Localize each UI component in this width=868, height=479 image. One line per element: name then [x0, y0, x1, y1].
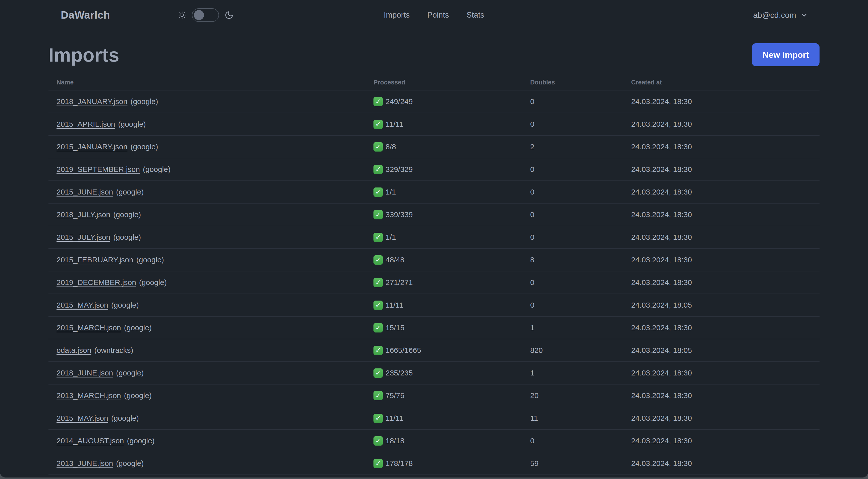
new-import-button[interactable]: New import [752, 43, 819, 66]
name-cell: 2014_AUGUST.json (google) [49, 437, 373, 445]
processed-cell: ✓ 15/15 [373, 323, 530, 332]
processed-cell: ✓ 249/249 [373, 97, 530, 106]
check-icon: ✓ [373, 436, 383, 446]
page-title: Imports [49, 44, 119, 66]
processed-count: 178/178 [385, 459, 413, 468]
doubles-cell: 0 [530, 437, 631, 445]
check-icon: ✓ [373, 165, 383, 174]
check-icon: ✓ [373, 233, 383, 242]
check-icon: ✓ [373, 368, 383, 378]
check-icon: ✓ [373, 414, 383, 423]
processed-count: 18/18 [385, 437, 404, 445]
processed-count: 249/249 [385, 97, 413, 106]
name-cell: 2019_DECEMBER.json (google) [49, 278, 373, 287]
table-row: 2018_JULY.json (google) ✓ 339/339 0 24.0… [49, 203, 819, 226]
doubles-cell: 0 [530, 165, 631, 174]
import-source: (google) [116, 188, 144, 196]
check-icon: ✓ [373, 187, 383, 197]
import-file-link[interactable]: 2015_JANUARY.json [57, 143, 127, 151]
import-file-link[interactable]: 2015_JUNE.json [57, 188, 113, 196]
created-at-cell: 24.03.2024, 18:30 [631, 391, 819, 400]
processed-count: 15/15 [385, 324, 404, 332]
main-content: Imports New import Name Processed Double… [49, 42, 819, 478]
import-source: (owntracks) [94, 346, 133, 355]
import-file-link[interactable]: 2015_MAY.json [57, 414, 108, 422]
main-nav: Imports Points Stats [384, 10, 484, 20]
brand-logo[interactable]: DaWarIch [61, 9, 110, 21]
created-at-cell: 24.03.2024, 18:05 [631, 346, 819, 355]
import-file-link[interactable]: odata.json [57, 346, 91, 355]
import-file-link[interactable]: 2018_JANUARY.json [57, 97, 127, 106]
nav-item-imports[interactable]: Imports [384, 10, 410, 20]
processed-cell: ✓ 11/11 [373, 120, 530, 129]
import-file-link[interactable]: 2013_JUNE.json [57, 459, 113, 468]
import-file-link[interactable]: 2014_AUGUST.json [57, 437, 124, 445]
table-row: 2019_SEPTEMBER.json (google) ✓ 329/329 0… [49, 158, 819, 180]
import-file-link[interactable]: 2015_JULY.json [57, 233, 110, 241]
import-file-link[interactable]: 2015_APRIL.json [57, 120, 115, 128]
processed-count: 1/1 [385, 233, 396, 241]
name-cell: 2015_APRIL.json (google) [49, 120, 373, 128]
doubles-cell: 11 [530, 414, 631, 422]
created-at-cell: 24.03.2024, 18:30 [631, 414, 819, 422]
import-source: (google) [127, 437, 154, 445]
created-at-cell: 24.03.2024, 18:30 [631, 437, 819, 445]
nav-item-points[interactable]: Points [427, 10, 449, 20]
name-cell: 2015_JUNE.json (google) [49, 188, 373, 196]
theme-toggle-switch[interactable] [192, 8, 219, 22]
content-card: DaWarIch [0, 0, 868, 478]
import-file-link[interactable]: 2018_JUNE.json [57, 369, 113, 377]
import-file-link[interactable]: 2019_DECEMBER.json [57, 278, 136, 287]
app-viewport: DaWarIch [0, 0, 868, 479]
created-at-cell: 24.03.2024, 18:30 [631, 188, 819, 196]
processed-count: 8/8 [385, 143, 396, 151]
import-file-link[interactable]: 2013_MARCH.json [57, 391, 121, 400]
check-icon: ✓ [373, 301, 383, 310]
created-at-cell: 24.03.2024, 18:30 [631, 278, 819, 287]
import-source: (google) [116, 369, 144, 377]
created-at-cell: 24.03.2024, 18:05 [631, 301, 819, 309]
import-source: (google) [130, 97, 158, 106]
processed-count: 1/1 [385, 188, 396, 196]
toggle-knob [194, 10, 204, 20]
table-row: 2015_MAY.json (google) ✓ 11/11 0 24.03.2… [49, 294, 819, 316]
account-menu-button[interactable]: ab@cd.com [753, 10, 808, 20]
check-icon: ✓ [373, 278, 383, 287]
name-cell: 2019_SEPTEMBER.json (google) [49, 165, 373, 174]
table-row-partial: ✓ [49, 475, 819, 478]
doubles-cell: 1 [530, 324, 631, 332]
doubles-cell: 0 [530, 301, 631, 309]
import-file-link[interactable]: 2015_MAY.json [57, 301, 108, 309]
import-file-link[interactable]: 2015_MARCH.json [57, 324, 121, 332]
table-row: 2015_MAY.json (google) ✓ 11/11 11 24.03.… [49, 407, 819, 429]
import-file-link[interactable]: 2018_JULY.json [57, 210, 110, 219]
doubles-cell: 0 [530, 120, 631, 128]
check-icon: ✓ [373, 255, 383, 265]
doubles-cell: 20 [530, 391, 631, 400]
doubles-cell: 0 [530, 210, 631, 219]
processed-cell: ✓ 235/235 [373, 368, 530, 378]
import-source: (google) [111, 414, 139, 422]
processed-cell: ✓ 178/178 [373, 459, 530, 468]
import-source: (google) [143, 165, 170, 174]
table-row: 2015_JUNE.json (google) ✓ 1/1 0 24.03.20… [49, 180, 819, 203]
account-email: ab@cd.com [753, 10, 796, 20]
check-icon: ✓ [373, 120, 383, 129]
processed-count: 11/11 [385, 414, 403, 422]
processed-cell: ✓ 1665/1665 [373, 346, 530, 355]
table-header-row: Name Processed Doubles Created at [49, 74, 819, 90]
moon-icon [224, 10, 234, 20]
check-icon: ✓ [373, 142, 383, 152]
column-header-name: Name [49, 79, 373, 86]
sun-icon [178, 11, 186, 19]
chevron-down-icon [801, 11, 808, 19]
name-cell: 2015_JANUARY.json (google) [49, 143, 373, 151]
name-cell: 2015_JULY.json (google) [49, 233, 373, 241]
import-file-link[interactable]: 2019_SEPTEMBER.json [57, 165, 140, 174]
import-file-link[interactable]: 2015_FEBRUARY.json [57, 256, 133, 264]
nav-item-stats[interactable]: Stats [466, 10, 484, 20]
table-body: 2018_JANUARY.json (google) ✓ 249/249 0 2… [49, 90, 819, 475]
processed-cell: ✓ 1/1 [373, 187, 530, 197]
created-at-cell: 24.03.2024, 18:30 [631, 120, 819, 128]
import-source: (google) [118, 120, 146, 128]
